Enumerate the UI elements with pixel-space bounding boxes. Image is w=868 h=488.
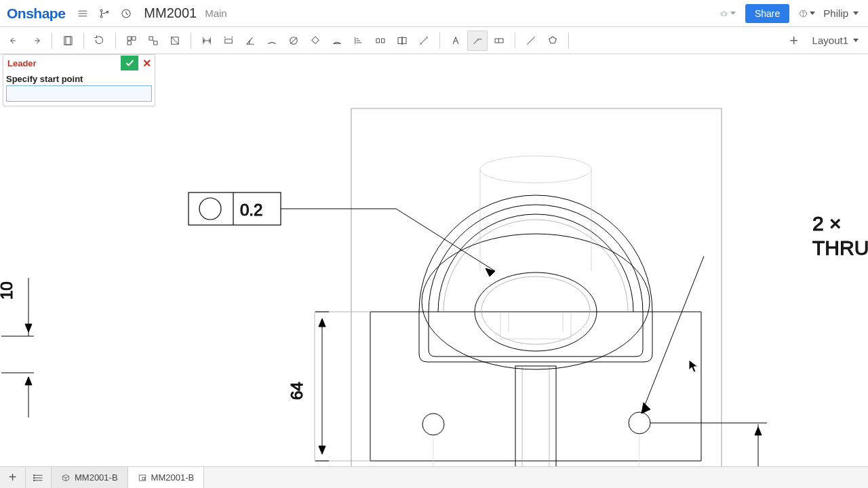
separator: [83, 33, 84, 49]
svg-rect-24: [515, 366, 556, 466]
redo-button[interactable]: [26, 30, 46, 51]
arc-dim-button[interactable]: [262, 30, 282, 51]
separator: [439, 33, 440, 49]
projected-view-button[interactable]: [143, 30, 163, 51]
svg-point-33: [33, 474, 35, 476]
svg-point-35: [33, 480, 35, 481]
line-button[interactable]: [521, 30, 541, 51]
user-name: Philip: [823, 7, 848, 19]
note-2x: 2 ×: [812, 212, 842, 235]
drawing-icon: [138, 473, 147, 483]
separator: [515, 33, 515, 49]
leader-button[interactable]: [467, 30, 488, 51]
centermark-button[interactable]: [414, 30, 434, 51]
note-button[interactable]: [446, 30, 466, 51]
svg-point-34: [33, 477, 35, 479]
angular-dim-button[interactable]: [240, 30, 260, 51]
note-thru: THRU: [812, 237, 868, 259]
svg-rect-31: [189, 192, 281, 225]
tab-label: MM2001-B: [151, 472, 195, 483]
bug-icon[interactable]: [719, 5, 736, 22]
tab-drawing[interactable]: MM2001-B: [128, 467, 205, 488]
svg-rect-18: [382, 39, 385, 43]
dimension-button[interactable]: [197, 30, 217, 51]
drawing-canvas[interactable]: 0.2 2 × THRU 64 10: [0, 54, 868, 466]
svg-point-27: [481, 277, 590, 344]
svg-rect-7: [64, 37, 71, 45]
svg-rect-9: [127, 37, 131, 40]
chain-dim-button[interactable]: [370, 30, 391, 51]
svg-rect-11: [127, 41, 131, 44]
cancel-button[interactable]: ✕: [138, 56, 155, 70]
svg-rect-19: [398, 37, 402, 43]
history-icon[interactable]: [118, 5, 134, 22]
leader-coord-input[interactable]: [6, 85, 152, 102]
help-icon[interactable]: [799, 5, 815, 22]
update-view-button[interactable]: [90, 30, 110, 51]
separator: [52, 33, 52, 49]
svg-point-6: [803, 15, 804, 16]
svg-point-25: [422, 234, 650, 369]
dim-64: 64: [288, 382, 306, 400]
svg-rect-10: [132, 37, 136, 40]
linear-dim-button[interactable]: [218, 30, 239, 51]
svg-rect-37: [142, 477, 145, 480]
user-menu[interactable]: Philip: [818, 7, 864, 19]
workspace-label[interactable]: Main: [205, 7, 227, 19]
centerline-button[interactable]: [392, 30, 412, 51]
branch-icon[interactable]: [96, 5, 113, 22]
svg-point-32: [199, 198, 221, 220]
hamburger-icon[interactable]: [75, 5, 91, 22]
onshape-logo[interactable]: Onshape: [7, 5, 65, 22]
title-bar: Onshape MM2001 Main Share Philip: [0, 0, 868, 27]
gtol-button[interactable]: [489, 30, 509, 51]
undo-button[interactable]: [4, 30, 24, 51]
confirm-button[interactable]: [121, 56, 138, 70]
baseline-dim-button[interactable]: [349, 30, 369, 51]
panel-title: Leader: [3, 58, 121, 68]
ordinate-dim-button[interactable]: [327, 30, 347, 51]
add-button[interactable]: +: [784, 30, 804, 51]
partstudio-icon: [61, 473, 71, 483]
drawing-toolbar: + Layout1: [0, 27, 868, 54]
section-view-button[interactable]: [165, 30, 185, 51]
separator: [115, 33, 116, 49]
svg-rect-17: [376, 39, 380, 43]
tolerance-value: 0.2: [240, 201, 262, 219]
svg-point-28: [480, 156, 591, 183]
svg-rect-20: [402, 37, 406, 43]
svg-rect-8: [66, 37, 72, 45]
svg-rect-22: [351, 108, 722, 466]
svg-rect-15: [225, 39, 233, 43]
tab-strip: + MM2001-B MM2001-B: [0, 466, 868, 488]
separator: [191, 33, 191, 49]
diameter-dim-button[interactable]: [283, 30, 304, 51]
dim-10: 10: [0, 281, 16, 300]
panel-prompt: Specify start point: [3, 71, 155, 85]
polygon-button[interactable]: [542, 30, 563, 51]
layout-selector[interactable]: Layout1: [807, 35, 864, 46]
tab-partstudio[interactable]: MM2001-B: [52, 467, 128, 488]
radius-dim-button[interactable]: [305, 30, 326, 51]
svg-rect-12: [149, 37, 153, 40]
leader-command-panel: Leader ✕ Specify start point: [3, 54, 155, 106]
tab-label: MM2001-B: [75, 472, 118, 483]
share-button[interactable]: Share: [745, 4, 789, 23]
svg-rect-23: [315, 312, 370, 461]
svg-rect-21: [495, 39, 503, 43]
svg-point-30: [629, 412, 650, 434]
svg-rect-13: [154, 41, 157, 44]
insert-view-button[interactable]: [121, 30, 142, 51]
separator: [568, 33, 569, 49]
sheet-button[interactable]: [58, 30, 78, 51]
add-tab-button[interactable]: +: [0, 467, 26, 488]
document-title[interactable]: MM2001: [144, 5, 197, 21]
tab-list-button[interactable]: [26, 467, 52, 488]
svg-point-29: [422, 413, 444, 435]
svg-point-4: [722, 12, 726, 16]
